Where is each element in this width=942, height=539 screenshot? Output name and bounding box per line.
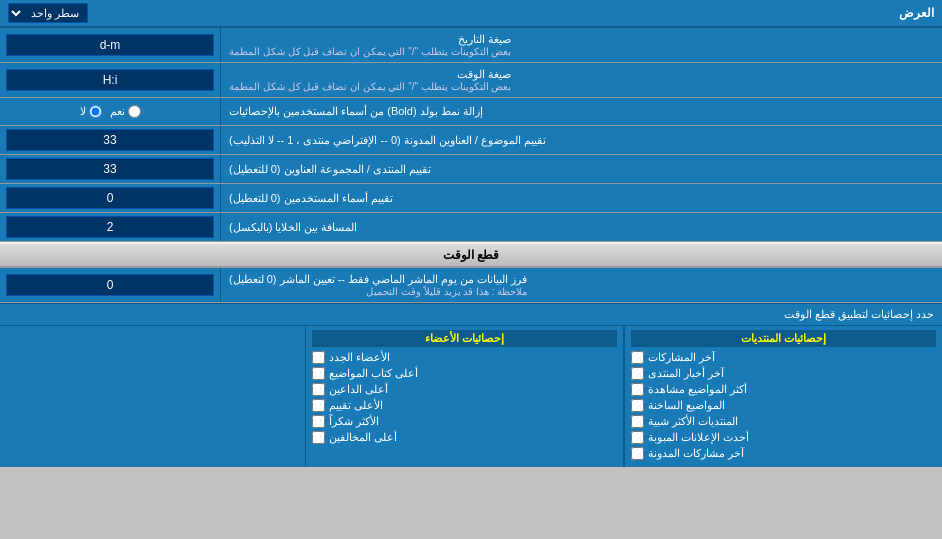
cb-item-4: المواضيع الساخنة xyxy=(631,399,936,412)
cb-item-top-inviters: أعلى الداعين xyxy=(312,383,617,396)
date-format-row: صيغة التاريخ بعض التكوينات يتطلب "/" الت… xyxy=(0,28,942,63)
cb-label-top-authors[interactable]: أعلى كتاب المواضيع xyxy=(329,367,418,380)
cell-space-input[interactable] xyxy=(6,216,214,238)
dropdown-wrapper[interactable]: سطر واحد سطران ثلاثة أسطر xyxy=(8,3,88,23)
users-order-label: تقييم أسماء المستخدمين (0 للتعطيل) xyxy=(220,184,942,212)
forum-order-row: تقييم المنتدى / المجموعة العناوين (0 للت… xyxy=(0,155,942,184)
topics-order-row: تقييم الموضوع / العناوين المدونة (0 -- ا… xyxy=(0,126,942,155)
cb-latest-ads[interactable] xyxy=(631,431,644,444)
cb-item-new-members: الأعضاء الجدد xyxy=(312,351,617,364)
topics-order-label: تقييم الموضوع / العناوين المدونة (0 -- ا… xyxy=(220,126,942,154)
time-cut-section-header: قطع الوقت xyxy=(0,242,942,268)
col1-header: إحصائيات المنتديات xyxy=(631,330,936,347)
cb-label-latest-ads[interactable]: أحدث الإعلانات المبوبة xyxy=(648,431,749,444)
topics-order-input[interactable] xyxy=(6,129,214,151)
cb-last-posts[interactable] xyxy=(631,351,644,364)
header-row: العرض سطر واحد سطران ثلاثة أسطر xyxy=(0,0,942,28)
cb-most-similar[interactable] xyxy=(631,415,644,428)
cb-label-hot-topics[interactable]: المواضيع الساخنة xyxy=(648,399,725,412)
empty-right-area xyxy=(0,326,305,467)
cb-most-viewed[interactable] xyxy=(631,383,644,396)
cb-label-most-similar[interactable]: المنتديات الأكثر شبية xyxy=(648,415,738,428)
radio-no-label[interactable]: لا xyxy=(80,105,102,118)
cell-space-input-wrapper xyxy=(0,213,220,241)
cb-item-top-authors: أعلى كتاب المواضيع xyxy=(312,367,617,380)
checkboxes-header-row: حدد إحصائيات لتطبيق قطع الوقت xyxy=(0,304,942,326)
date-format-input-wrapper xyxy=(0,28,220,62)
cb-item-5: المنتديات الأكثر شبية xyxy=(631,415,936,428)
cb-label-most-viewed[interactable]: أكثر المواضيع مشاهدة xyxy=(648,383,747,396)
cb-label-last-posts[interactable]: آخر المشاركات xyxy=(648,351,715,364)
cb-item-1: آخر المشاركات xyxy=(631,351,936,364)
cb-most-thanks[interactable] xyxy=(312,415,325,428)
users-order-input-wrapper xyxy=(0,184,220,212)
cb-forum-news[interactable] xyxy=(631,367,644,380)
date-format-label: صيغة التاريخ بعض التكوينات يتطلب "/" الت… xyxy=(220,28,942,62)
cb-label-forum-news[interactable]: آخر أخبار المنتدى xyxy=(648,367,724,380)
display-select[interactable]: سطر واحد سطران ثلاثة أسطر xyxy=(8,3,88,23)
cb-label-top-violators[interactable]: أعلى المخالفين xyxy=(329,431,397,444)
radio-group: نعم لا xyxy=(80,105,141,118)
forum-order-input-wrapper xyxy=(0,155,220,183)
checkboxes-section: حدد إحصائيات لتطبيق قطع الوقت إحصائيات ا… xyxy=(0,303,942,467)
time-format-input[interactable] xyxy=(6,69,214,91)
cb-top-rated[interactable] xyxy=(312,399,325,412)
cb-top-authors[interactable] xyxy=(312,367,325,380)
cb-label-new-members[interactable]: الأعضاء الجدد xyxy=(329,351,390,364)
cb-item-most-thanks: الأكثر شكراً xyxy=(312,415,617,428)
time-cut-input-wrapper xyxy=(0,268,220,302)
cb-item-6: أحدث الإعلانات المبوبة xyxy=(631,431,936,444)
checkboxes-grid: إحصائيات المنتديات آخر المشاركات آخر أخب… xyxy=(0,326,942,467)
checkbox-col-forums: إحصائيات المنتديات آخر المشاركات آخر أخب… xyxy=(624,326,942,467)
cb-top-violators[interactable] xyxy=(312,431,325,444)
forum-order-label: تقييم المنتدى / المجموعة العناوين (0 للت… xyxy=(220,155,942,183)
users-order-row: تقييم أسماء المستخدمين (0 للتعطيل) xyxy=(0,184,942,213)
cb-item-3: أكثر المواضيع مشاهدة xyxy=(631,383,936,396)
users-order-input[interactable] xyxy=(6,187,214,209)
radio-yes-label[interactable]: نعم xyxy=(110,105,141,118)
cb-label-blog-posts[interactable]: آخر مشاركات المدونة xyxy=(648,447,744,460)
header-title-right: العرض xyxy=(899,6,934,20)
cb-label-top-inviters[interactable]: أعلى الداعين xyxy=(329,383,388,396)
bold-remove-options: نعم لا xyxy=(0,98,220,125)
cb-hot-topics[interactable] xyxy=(631,399,644,412)
cb-top-inviters[interactable] xyxy=(312,383,325,396)
time-format-input-wrapper xyxy=(0,63,220,97)
cb-blog-posts[interactable] xyxy=(631,447,644,460)
time-format-row: صيغة الوقت بعض التكوينات يتطلب "/" التي … xyxy=(0,63,942,98)
cb-item-7: آخر مشاركات المدونة xyxy=(631,447,936,460)
radio-no[interactable] xyxy=(89,105,102,118)
cb-new-members[interactable] xyxy=(312,351,325,364)
checkboxes-section-label: حدد إحصائيات لتطبيق قطع الوقت xyxy=(8,308,934,321)
time-cut-label: فرز البيانات من يوم الماشر الماضي فقط --… xyxy=(220,268,942,302)
main-container: العرض سطر واحد سطران ثلاثة أسطر صيغة الت… xyxy=(0,0,942,467)
forum-order-input[interactable] xyxy=(6,158,214,180)
cell-space-label: المسافة بين الخلايا (بالبكسل) xyxy=(220,213,942,241)
time-cut-row: فرز البيانات من يوم الماشر الماضي فقط --… xyxy=(0,268,942,303)
cell-space-row: المسافة بين الخلايا (بالبكسل) xyxy=(0,213,942,242)
cb-label-most-thanks[interactable]: الأكثر شكراً xyxy=(329,415,379,428)
radio-yes[interactable] xyxy=(128,105,141,118)
date-format-input[interactable] xyxy=(6,34,214,56)
cb-item-2: آخر أخبار المنتدى xyxy=(631,367,936,380)
topics-order-input-wrapper xyxy=(0,126,220,154)
col2-header: إحصائيات الأعضاء xyxy=(312,330,617,347)
bold-remove-label: إزالة نمط بولد (Bold) من أسماء المستخدمي… xyxy=(220,98,942,125)
cb-label-top-rated[interactable]: الأعلى تقييم xyxy=(329,399,383,412)
bold-remove-row: إزالة نمط بولد (Bold) من أسماء المستخدمي… xyxy=(0,98,942,126)
cb-item-top-rated: الأعلى تقييم xyxy=(312,399,617,412)
time-format-label: صيغة الوقت بعض التكوينات يتطلب "/" التي … xyxy=(220,63,942,97)
cb-item-top-violators: أعلى المخالفين xyxy=(312,431,617,444)
checkbox-col-members: إحصائيات الأعضاء الأعضاء الجدد أعلى كتاب… xyxy=(305,326,624,467)
time-cut-input[interactable] xyxy=(6,274,214,296)
